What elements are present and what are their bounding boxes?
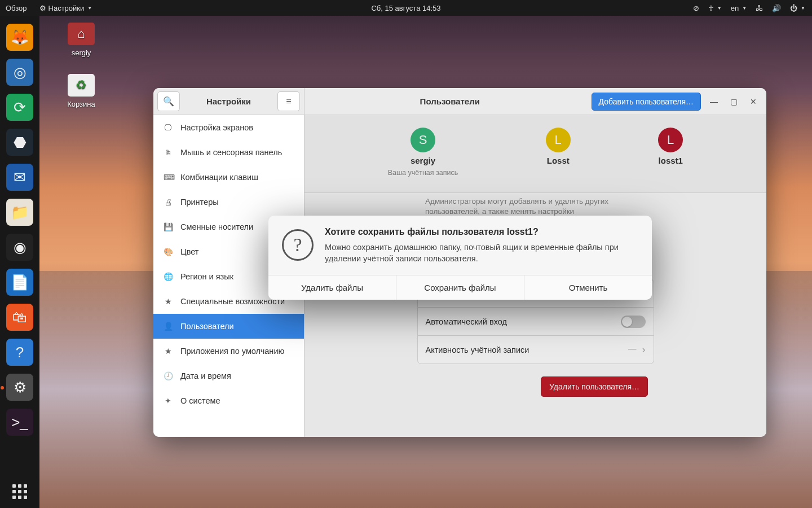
question-icon: ? [282, 229, 314, 261]
sidebar-icon: 👤 [164, 322, 173, 331]
sidebar-icon: 🖱 [164, 148, 173, 157]
desktop-icon-label: Корзина [67, 100, 95, 108]
record-icon[interactable]: ⊘ [693, 4, 699, 12]
maximize-button[interactable]: ▢ [730, 97, 738, 106]
dialog-body: Можно сохранить домашнюю папку, почтовый… [325, 242, 638, 265]
close-button[interactable]: ✕ [750, 97, 757, 106]
clock[interactable]: Сб, 15 августа 14:53 [371, 4, 440, 12]
sidebar-title: Настройки [184, 97, 273, 106]
mail-icon: ✉ [14, 169, 26, 186]
sidebar-label: Принтеры [180, 198, 219, 207]
delete-files-button[interactable]: Удалить файлы [268, 275, 396, 300]
sidebar-icon: ★ [164, 347, 173, 356]
appmenu-label: Настройки [48, 4, 85, 12]
hamburger-icon: ≡ [286, 97, 291, 107]
firefox-icon: 🦊 [11, 29, 29, 46]
sidebar-item-1[interactable]: 🖱Мышь и сенсорная панель [153, 140, 304, 165]
sidebar-label: Регион и язык [180, 272, 233, 281]
folder-icon: ⌂ [68, 23, 95, 45]
dock-mail[interactable]: ✉ [6, 164, 33, 191]
trash-icon: ♻ [68, 74, 95, 97]
btn-label: Отменить [569, 283, 608, 292]
chevron-down-icon: ▼ [742, 6, 747, 11]
show-apps-button[interactable] [12, 484, 27, 499]
activities-button[interactable]: Обзор [6, 4, 27, 12]
btn-label: Удалить файлы [301, 283, 363, 292]
cancel-button[interactable]: Отменить [524, 275, 652, 300]
network-icon[interactable]: 🖧 [756, 4, 763, 12]
settings-icon: ⚙ [14, 379, 27, 396]
sidebar-item-11[interactable]: ✦О системе [153, 388, 304, 413]
sidebar-label: Пользователи [180, 322, 234, 331]
sidebar-icon: ⌨ [164, 173, 173, 182]
desktop-icon-home[interactable]: ⌂ sergiy [59, 23, 104, 57]
sidebar-label: Дата и время [180, 371, 231, 380]
lang-label: en [731, 4, 739, 12]
sidebar-icon: 💾 [164, 222, 173, 231]
appmenu-button[interactable]: ⚙ Настройки ▼ [39, 4, 92, 12]
add-user-label: Добавить пользователя… [599, 97, 694, 106]
sidebar-icon: 🕘 [164, 371, 173, 380]
volume-icon[interactable]: 🔊 [772, 4, 781, 12]
search-button[interactable]: 🔍 [157, 91, 180, 111]
dock-software[interactable]: 🛍 [6, 304, 33, 331]
dialog-title: Хотите сохранить файлы пользователя loss… [325, 227, 638, 237]
dock-files[interactable]: 📁 [6, 199, 33, 226]
sidebar-item-9[interactable]: ★Приложения по умолчанию [153, 339, 304, 364]
dock-writer[interactable]: 📄 [6, 269, 33, 296]
sidebar-item-3[interactable]: 🖨Принтеры [153, 190, 304, 214]
remote-icon: ⟳ [14, 99, 26, 116]
desktop: ⌂ sergiy ♻ Корзина 🔍 Настройки ≡ Пользов… [39, 16, 812, 508]
sidebar-label: О системе [180, 396, 220, 405]
dock-help[interactable]: ? [6, 339, 33, 366]
system-menu[interactable]: ⏻▼ [790, 4, 805, 12]
sidebar-item-8[interactable]: 👤Пользователи [153, 314, 304, 339]
dock-code[interactable]: ⬣ [6, 129, 33, 156]
sidebar-label: Комбинации клавиш [180, 173, 258, 182]
sidebar-item-0[interactable]: 🖵Настройка экранов [153, 115, 304, 140]
menu-button[interactable]: ≡ [277, 91, 300, 111]
sidebar-label: Специальные возможности [180, 297, 285, 306]
keyboard-layout[interactable]: en▼ [731, 4, 747, 12]
btn-label: Сохранить файлы [424, 283, 496, 292]
sidebar-icon: 🎨 [164, 247, 173, 256]
dock-terminal[interactable]: >_ [6, 409, 33, 436]
accessibility-menu[interactable]: ☥▼ [708, 4, 722, 12]
activities-label: Обзор [6, 4, 27, 12]
minimize-button[interactable]: — [710, 97, 718, 106]
sidebar-icon: 🖵 [164, 123, 173, 132]
sidebar-label: Цвет [180, 247, 199, 256]
accessibility-icon: ☥ [708, 4, 714, 12]
sidebar-label: Приложения по умолчанию [180, 347, 284, 356]
search-icon: 🔍 [163, 96, 174, 107]
power-icon: ⏻ [790, 4, 797, 12]
sidebar-label: Сменные носители [180, 222, 253, 231]
music-icon: ◉ [14, 239, 27, 256]
sidebar-item-2[interactable]: ⌨Комбинации клавиш [153, 165, 304, 190]
chevron-down-icon: ▼ [87, 6, 92, 11]
add-user-button[interactable]: Добавить пользователя… [592, 93, 701, 111]
sidebar-icon: 🖨 [164, 198, 173, 207]
dock-music[interactable]: ◉ [6, 234, 33, 261]
delete-files-dialog: ? Хотите сохранить файлы пользователя lo… [268, 216, 652, 300]
dock-settings[interactable]: ⚙ [6, 374, 33, 401]
sidebar-item-10[interactable]: 🕘Дата и время [153, 364, 304, 388]
files-icon: 📁 [11, 204, 29, 221]
code-icon: ⬣ [14, 134, 27, 151]
keep-files-button[interactable]: Сохранить файлы [396, 275, 524, 300]
dock-firefox[interactable]: 🦊 [6, 24, 33, 51]
sidebar-icon: 🌐 [164, 272, 173, 281]
desktop-icon-trash[interactable]: ♻ Корзина [59, 74, 104, 108]
gnome-topbar: Обзор ⚙ Настройки ▼ Сб, 15 августа 14:53… [0, 0, 812, 16]
page-title: Пользователи [308, 97, 592, 106]
dock-remote[interactable]: ⟳ [6, 94, 33, 121]
writer-icon: 📄 [11, 274, 29, 291]
clock-label: Сб, 15 августа 14:53 [371, 4, 440, 12]
headerbar: 🔍 Настройки ≡ Пользователи Добавить поль… [153, 88, 766, 115]
sidebar-label: Настройка экранов [180, 123, 253, 132]
software-icon: 🛍 [12, 309, 27, 326]
dock-chromium[interactable]: ◎ [6, 59, 33, 86]
dock: 🦊◎⟳⬣✉📁◉📄🛍?⚙>_ [0, 16, 39, 508]
help-icon: ? [16, 344, 24, 361]
desktop-icon-label: sergiy [72, 49, 91, 57]
